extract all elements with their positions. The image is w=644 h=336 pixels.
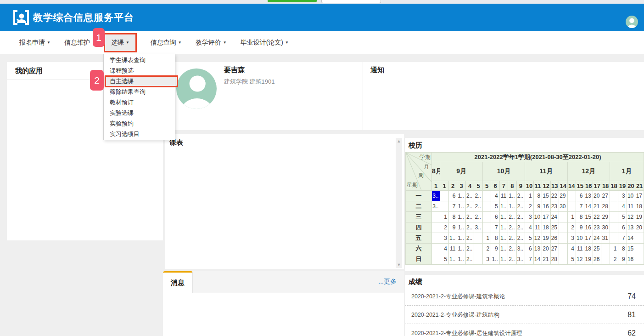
calendar-month-cell: 1月 (610, 162, 644, 181)
calendar-day-cell: 2.. (465, 191, 474, 201)
calendar-day-cell: 10 (533, 212, 542, 222)
calendar-day-cell: 16 (542, 201, 550, 212)
calendar-day-row: 五31..1..2..181..2..2..512192631017243171… (406, 233, 644, 244)
calendar-day-cell: 10 (576, 233, 584, 244)
app-header: 教学综合信息服务平台 (0, 4, 644, 31)
calendar-day-cell: 3 (618, 191, 627, 201)
calendar-day-cell: 5 (618, 212, 627, 222)
calendar-day-cell: 6 (491, 212, 499, 222)
calendar-week-number: 5 (482, 181, 491, 191)
calendar-day-cell: 8 (448, 212, 457, 222)
menu-item[interactable]: 筛除结果查询 (104, 86, 175, 97)
calendar-week-number: 18 (601, 181, 610, 191)
calendar-day-row: 六4111..2..291..2..3..613202741118251815 (406, 244, 644, 254)
calendar-week-number: 16 (584, 181, 593, 191)
calendar-day-cell (610, 191, 618, 201)
calendar-day-cell: 26 (550, 233, 559, 244)
calendar-day-cell: 1.. (508, 191, 516, 201)
calendar-day-cell: 5 (567, 254, 576, 265)
nav-item-course-select[interactable]: 选课▼ (104, 33, 137, 52)
messages-tabbar: 消息 ...更多 (163, 271, 404, 293)
calendar-week-number: 1 (440, 181, 448, 191)
calendar-week-number: 18 (610, 181, 618, 191)
browser-cutoff-strip (0, 0, 644, 4)
calendar-day-cell: 29 (559, 191, 567, 201)
calendar-day-cell: 11 (533, 222, 542, 233)
menu-item[interactable]: 课程预选 (104, 65, 175, 76)
nav-item-label: 选课 (111, 39, 124, 46)
calendar-day-cell: 2 (525, 201, 533, 212)
calendar-day-cell: 2.. (508, 254, 516, 265)
annotation-step-1-badge: 1 (93, 28, 105, 47)
corner-label: 星期 (407, 181, 418, 189)
calendar-day-cell: 1.. (499, 244, 508, 254)
calendar-week-number: 20 (627, 181, 635, 191)
calendar-day-cell: 1.. (499, 212, 508, 222)
calendar-day-cell: 12 (627, 212, 635, 222)
calendar-day-cell: 3.. (474, 222, 482, 233)
messages-panel: 消息 ...更多 (163, 271, 404, 336)
calendar-week-number: 7 (499, 181, 508, 191)
calendar-day-cell: 23 (550, 201, 559, 212)
calendar-week-number: 14 (567, 181, 576, 191)
calendar-day-cell: 1.. (508, 201, 516, 212)
calendar-day-cell: 2 (567, 222, 576, 233)
grade-course-label: 2020-2021-2-专业必修课-建筑结构 (411, 311, 499, 319)
calendar-month-cell: 9月 (440, 162, 482, 181)
nav-item-graduation-design[interactable]: 毕业设计(论文)▼ (241, 39, 289, 47)
calendar-day-cell: 8 (533, 191, 542, 201)
header-user-avatar-icon[interactable] (626, 16, 638, 28)
menu-item[interactable]: 实习选项目 (104, 129, 175, 139)
calendar-day-cell: 1 (610, 244, 618, 254)
calendar-day-cell: 11 (448, 244, 457, 254)
calendar-day-cell: 6 (618, 222, 627, 233)
calendar-day-cell (482, 191, 491, 201)
calendar-day-cell (440, 191, 448, 201)
nav-item-label: 教学评价 (196, 39, 221, 46)
calendar-day-cell (474, 254, 482, 265)
messages-more-link[interactable]: ...更多 (378, 278, 397, 286)
calendar-day-cell: 1 (567, 212, 576, 222)
calendar-day-cell: 3 (482, 254, 491, 265)
annotation-step-2-box (105, 75, 178, 87)
calendar-day-cell: 16 (584, 222, 593, 233)
menu-item[interactable]: 教材预订 (104, 97, 175, 108)
calendar-day-cell: 1.. (499, 254, 508, 265)
scroll-up-icon[interactable]: ▲ (396, 138, 402, 144)
calendar-day-cell: 5 (525, 233, 533, 244)
grade-row[interactable]: 2020-2021-2-专业必修课-建筑结构81 (405, 306, 644, 324)
calendar-week-number: 3 (457, 181, 465, 191)
grade-score: 62 (627, 329, 636, 336)
calendar-day-cell (559, 233, 567, 244)
annotation-step-2-badge: 2 (90, 70, 104, 91)
tab-messages[interactable]: 消息 (163, 271, 193, 293)
cutoff-green-element (268, 0, 317, 2)
nav-item-teaching-eval[interactable]: 教学评价▼ (196, 39, 227, 47)
platform-logo-icon (13, 10, 29, 25)
calendar-day-cell: 9 (491, 244, 499, 254)
calendar-day-cell: 3.. (432, 201, 440, 212)
calendar-day-cell: 14 (584, 201, 593, 212)
grade-row[interactable]: 2020-2021-2-专业必修课-建筑学概论74 (405, 287, 644, 306)
nav-item-info-query[interactable]: 信息查询▼ (151, 39, 182, 47)
calendar-day-cell: 4 (567, 244, 576, 254)
calendar-day-cell: 2.. (465, 244, 474, 254)
calendar-day-cell (432, 233, 440, 244)
scroll-down-icon[interactable]: ▼ (396, 262, 402, 268)
calendar-day-cell: 2.. (465, 201, 474, 212)
calendar-day-cell (432, 222, 440, 233)
grade-row[interactable]: 2020-2021-2-专业必修课-居住建筑设计原理62 (405, 324, 644, 336)
calendar-day-cell: 14 (533, 254, 542, 265)
calendar-day-cell (559, 222, 567, 233)
menu-item[interactable]: 学生课表查询 (104, 55, 175, 65)
calendar-day-cell: 1.. (499, 201, 508, 212)
nav-item-info-maintain[interactable]: 信息维护 (64, 39, 90, 47)
timetable-scrollbar[interactable]: ▲ ▼ (396, 138, 402, 268)
calendar-day-cell (635, 244, 644, 254)
calendar-day-cell: 22 (550, 191, 559, 201)
calendar-day-cell: 30 (601, 222, 610, 233)
menu-item[interactable]: 实验预约 (104, 118, 175, 129)
nav-item-enroll[interactable]: 报名申请▼ (19, 39, 50, 47)
calendar-day-cell: 2.. (516, 222, 525, 233)
menu-item[interactable]: 实验选课 (104, 108, 175, 118)
